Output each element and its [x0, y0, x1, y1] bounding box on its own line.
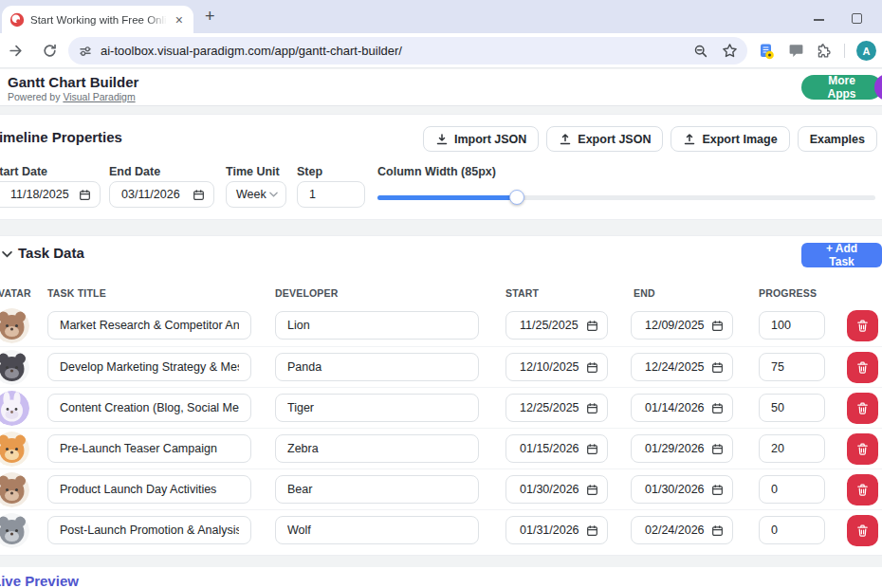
calendar-icon[interactable]: [586, 402, 598, 414]
delete-task-button[interactable]: [847, 310, 878, 341]
column-width-slider[interactable]: [377, 190, 875, 205]
slider-fill: [377, 195, 517, 200]
docs-extension-icon[interactable]: [758, 43, 775, 60]
calendar-icon[interactable]: [711, 361, 724, 374]
zoom-out-icon[interactable]: [693, 44, 708, 59]
row-end-date-input[interactable]: 12/24/2025: [631, 353, 733, 381]
extensions-puzzle-icon[interactable]: [817, 43, 833, 59]
import-json-button[interactable]: Import JSON: [423, 126, 539, 152]
bear-avatar[interactable]: [0, 308, 29, 343]
collapse-chevron-icon[interactable]: [2, 250, 12, 258]
row-end-date-input[interactable]: 02/24/2026: [631, 516, 733, 544]
delete-task-button[interactable]: [847, 352, 878, 383]
bear-avatar[interactable]: [0, 472, 29, 507]
calendar-icon[interactable]: [711, 320, 724, 332]
calendar-icon[interactable]: [586, 524, 598, 537]
dark-wolf-avatar[interactable]: [0, 350, 29, 385]
examples-button[interactable]: Examples: [798, 126, 877, 152]
export-json-button[interactable]: Export JSON: [546, 126, 663, 152]
developer-input[interactable]: [275, 434, 479, 463]
browser-toolbar: ai-toolbox.visual-paradigm.com/app/gantt…: [0, 33, 882, 68]
task-title-input[interactable]: [47, 475, 251, 504]
developer-input[interactable]: [275, 353, 479, 381]
progress-input[interactable]: [759, 353, 825, 381]
new-tab-button[interactable]: +: [205, 7, 215, 26]
developer-input[interactable]: [275, 516, 479, 544]
browser-tab[interactable]: Start Working with Free Online ×: [2, 6, 193, 33]
row-start-date-input[interactable]: 01/31/2026: [505, 516, 608, 544]
row-start-date-input[interactable]: 12/25/2025: [505, 394, 608, 422]
row-end-date-input[interactable]: 01/29/2026: [631, 434, 733, 463]
step-input[interactable]: [297, 181, 365, 208]
calendar-icon[interactable]: [586, 484, 598, 496]
calendar-icon[interactable]: [586, 361, 598, 374]
row-end-date-input[interactable]: 12/09/2025: [631, 311, 733, 340]
delete-task-button[interactable]: [847, 515, 878, 546]
row-end-date-input[interactable]: 01/14/2026: [631, 394, 733, 422]
browser-window: Start Working with Free Online × + ai-to…: [0, 0, 882, 588]
start-date-label: Start Date: [0, 165, 47, 178]
wolf-avatar[interactable]: [0, 513, 29, 548]
developer-input[interactable]: [275, 475, 479, 504]
site-settings-icon[interactable]: [78, 44, 93, 59]
start-date-input[interactable]: 11/18/2025: [0, 181, 101, 208]
task-title-input[interactable]: [47, 516, 251, 544]
calendar-icon[interactable]: [79, 189, 91, 201]
developer-input[interactable]: [275, 394, 479, 422]
task-title-input[interactable]: [47, 311, 251, 340]
window-minimize-icon[interactable]: [814, 19, 824, 21]
row-end-date-value: 01/14/2026: [645, 401, 705, 414]
delete-task-button[interactable]: [847, 433, 878, 465]
time-unit-value: Week: [236, 188, 266, 201]
rabbit-avatar[interactable]: [0, 391, 29, 426]
row-start-date-input[interactable]: 12/10/2025: [505, 353, 608, 381]
end-date-value: 03/11/2026: [121, 188, 180, 201]
browser-profile-avatar[interactable]: A: [856, 41, 876, 61]
progress-input[interactable]: [759, 516, 825, 544]
visual-paradigm-link[interactable]: Visual Paradigm: [63, 91, 135, 102]
add-task-button[interactable]: + Add Task: [801, 243, 882, 267]
calendar-icon[interactable]: [711, 443, 724, 455]
more-apps-button[interactable]: More Apps: [801, 75, 882, 100]
progress-input[interactable]: [759, 311, 825, 340]
slider-thumb[interactable]: [509, 190, 524, 205]
tab-title: Start Working with Free Online: [30, 14, 167, 26]
row-start-date-input[interactable]: 01/15/2026: [505, 434, 608, 463]
row-start-date-input[interactable]: 11/25/2025: [505, 311, 608, 340]
import-json-label: Import JSON: [454, 133, 526, 146]
delete-task-button[interactable]: [847, 474, 878, 505]
feedback-extension-icon[interactable]: [788, 43, 804, 59]
forward-icon[interactable]: [8, 43, 24, 59]
end-date-input[interactable]: 03/11/2026: [109, 181, 214, 208]
bookmark-star-icon[interactable]: [722, 43, 738, 59]
export-image-button[interactable]: Export Image: [671, 126, 789, 152]
time-unit-select[interactable]: Week: [226, 181, 286, 208]
calendar-icon[interactable]: [711, 402, 724, 414]
progress-input[interactable]: [759, 394, 825, 422]
calendar-icon[interactable]: [586, 443, 598, 455]
calendar-icon[interactable]: [586, 320, 598, 332]
progress-input[interactable]: [759, 475, 825, 504]
progress-input[interactable]: [759, 434, 825, 463]
trash-icon: [855, 483, 870, 497]
delete-task-button[interactable]: [847, 393, 878, 424]
tiger-avatar[interactable]: [0, 432, 29, 467]
developer-input[interactable]: [275, 311, 479, 340]
window-maximize-icon[interactable]: [852, 13, 862, 24]
task-title-input[interactable]: [47, 394, 251, 422]
task-title-input[interactable]: [47, 434, 251, 463]
row-end-date-input[interactable]: 01/30/2026: [631, 475, 733, 504]
trash-icon: [855, 442, 870, 456]
address-bar[interactable]: ai-toolbox.visual-paradigm.com/app/gantt…: [68, 37, 747, 64]
table-row: 12/10/2025 12/24/2025: [0, 346, 882, 387]
column-header-start: START: [505, 287, 539, 299]
reload-icon[interactable]: [42, 43, 58, 59]
tab-close-icon[interactable]: ×: [173, 12, 186, 28]
row-end-date-value: 12/24/2025: [645, 360, 705, 374]
calendar-icon[interactable]: [711, 484, 724, 496]
task-title-input[interactable]: [47, 353, 251, 381]
trash-icon: [855, 360, 870, 375]
calendar-icon[interactable]: [193, 189, 205, 201]
row-start-date-input[interactable]: 01/30/2026: [505, 475, 608, 504]
calendar-icon[interactable]: [711, 524, 724, 537]
